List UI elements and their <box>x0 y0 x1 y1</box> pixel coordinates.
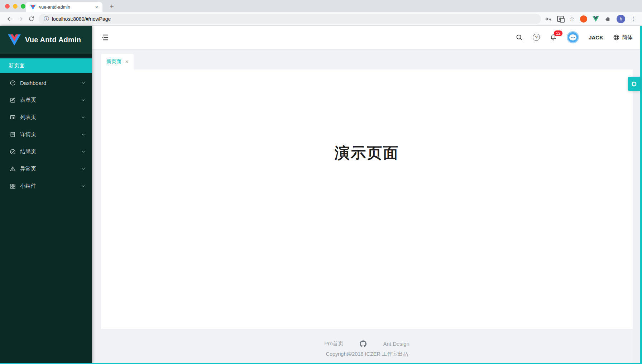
vue-favicon-icon <box>30 5 36 10</box>
sidebar-item-label: 列表页 <box>20 114 36 121</box>
user-avatar[interactable] <box>567 31 579 43</box>
chevron-down-icon <box>81 133 85 136</box>
app-title: Vue Antd Admin <box>25 36 81 44</box>
app-root: Vue Antd Admin 新页面 Dashboard 表单页 <box>0 26 642 364</box>
appstore-icon <box>10 183 16 189</box>
browser-profile-avatar[interactable]: h <box>617 15 625 23</box>
sidebar-item-label: 小组件 <box>20 183 36 190</box>
sidebar-item-results[interactable]: 结果页 <box>0 144 92 159</box>
chevron-down-icon <box>81 115 85 119</box>
page-gutter <box>633 75 640 364</box>
browser-tab[interactable]: vue-antd-admin × <box>26 2 102 12</box>
chevron-down-icon <box>81 81 85 85</box>
sidebar-item-dashboard[interactable]: Dashboard <box>0 76 92 90</box>
menu-fold-icon[interactable] <box>101 33 109 42</box>
vue-devtools-icon[interactable] <box>593 16 599 22</box>
chevron-down-icon <box>81 98 85 102</box>
header-actions: ? 12 JACK 简体 <box>516 31 633 43</box>
sidebar-item-widgets[interactable]: 小组件 <box>0 179 92 193</box>
footer-link-pro-home[interactable]: Pro首页 <box>324 340 343 347</box>
sidebar-item-label: 异常页 <box>20 166 36 172</box>
browser-menu-icon[interactable]: ⋮ <box>631 15 636 22</box>
table-icon <box>10 114 16 120</box>
new-tab-button[interactable]: + <box>107 1 117 11</box>
reload-icon[interactable] <box>26 14 37 24</box>
bookmark-star-icon[interactable]: ☆ <box>569 15 575 23</box>
dashboard-icon <box>10 80 16 86</box>
notification-badge: 12 <box>554 30 563 37</box>
sidebar-item-label: 表单页 <box>20 97 36 104</box>
sidebar-divider <box>0 54 92 57</box>
sidebar-item-label: 详情页 <box>20 131 36 138</box>
browser-tab-title: vue-antd-admin <box>39 5 92 10</box>
extension-icon-orange[interactable] <box>580 15 587 23</box>
extensions-puzzle-icon[interactable] <box>604 15 611 22</box>
back-icon[interactable] <box>4 14 15 24</box>
github-icon[interactable] <box>360 340 366 347</box>
sidebar-item-exceptions[interactable]: 异常页 <box>0 162 92 176</box>
search-icon[interactable] <box>516 34 523 41</box>
browser-window: vue-antd-admin × + ⓘ localhost:8080/#/ne… <box>0 0 642 364</box>
tab-close-icon[interactable]: × <box>125 59 128 64</box>
sidebar-item-forms[interactable]: 表单页 <box>0 93 92 107</box>
profile-icon <box>10 131 16 138</box>
page-info-icon[interactable]: ⓘ <box>44 15 49 22</box>
check-circle-icon <box>10 149 16 155</box>
content-card: 演示页面 <box>101 70 633 329</box>
chevron-down-icon <box>81 150 85 154</box>
browser-tab-strip: vue-antd-admin × + <box>0 0 642 12</box>
copyright: Copyright©2018 ICZER 工作室出品 <box>92 351 642 358</box>
notifications-button[interactable]: 12 <box>550 34 557 41</box>
maximize-window-button[interactable] <box>21 4 25 9</box>
form-icon <box>10 97 16 103</box>
main-area: ? 12 JACK 简体 <box>92 26 642 364</box>
url-text[interactable]: localhost:8080/#/newPage <box>52 16 111 22</box>
page-tabs: 新页面 × <box>92 49 642 70</box>
toolbar-actions: G ☆ h ⋮ <box>545 15 638 23</box>
sidebar-item-label: 结果页 <box>20 148 36 155</box>
sidebar-item-lists[interactable]: 列表页 <box>0 110 92 124</box>
help-icon[interactable]: ? <box>533 34 540 41</box>
forward-icon[interactable] <box>15 14 26 24</box>
address-bar[interactable]: ⓘ localhost:8080/#/newPage <box>39 14 541 24</box>
window-controls <box>5 4 25 9</box>
vue-logo-icon <box>8 34 21 46</box>
warning-icon <box>10 166 16 172</box>
app-header: ? 12 JACK 简体 <box>92 26 642 49</box>
sidebar: Vue Antd Admin 新页面 Dashboard 表单页 <box>0 26 92 364</box>
tab-label: 新页面 <box>106 58 121 65</box>
gear-icon <box>630 80 638 88</box>
drawer-edge-line <box>640 26 642 364</box>
language-label: 简体 <box>622 34 633 41</box>
language-switcher[interactable]: 简体 <box>613 34 633 41</box>
chevron-down-icon <box>81 167 85 171</box>
settings-button[interactable] <box>628 77 640 91</box>
sidebar-item-label: 新页面 <box>9 62 25 69</box>
globe-icon <box>613 34 620 41</box>
browser-toolbar: ⓘ localhost:8080/#/newPage G ☆ h ⋮ <box>0 12 642 26</box>
tab-new-page[interactable]: 新页面 × <box>101 54 134 70</box>
tab-close-icon[interactable]: × <box>95 4 98 10</box>
sidebar-logo[interactable]: Vue Antd Admin <box>0 26 92 54</box>
sidebar-item-new-page[interactable]: 新页面 <box>0 58 92 73</box>
username[interactable]: JACK <box>589 34 603 40</box>
page-title: 演示页面 <box>101 70 633 163</box>
sidebar-item-details[interactable]: 详情页 <box>0 127 92 142</box>
chevron-down-icon <box>81 184 85 188</box>
workspace: 新页面 × 演示页面 Pro首页 Ant Design Copyri <box>92 49 642 364</box>
password-key-icon[interactable] <box>545 15 552 23</box>
close-window-button[interactable] <box>5 4 10 9</box>
footer-link-ant-design[interactable]: Ant Design <box>383 341 409 347</box>
app-footer: Pro首页 Ant Design Copyright©2018 ICZER 工作… <box>92 340 642 358</box>
sidebar-menu: 新页面 Dashboard 表单页 <box>0 57 92 193</box>
translate-icon[interactable]: G <box>557 16 564 22</box>
minimize-window-button[interactable] <box>13 4 18 9</box>
sidebar-item-label: Dashboard <box>20 80 46 86</box>
